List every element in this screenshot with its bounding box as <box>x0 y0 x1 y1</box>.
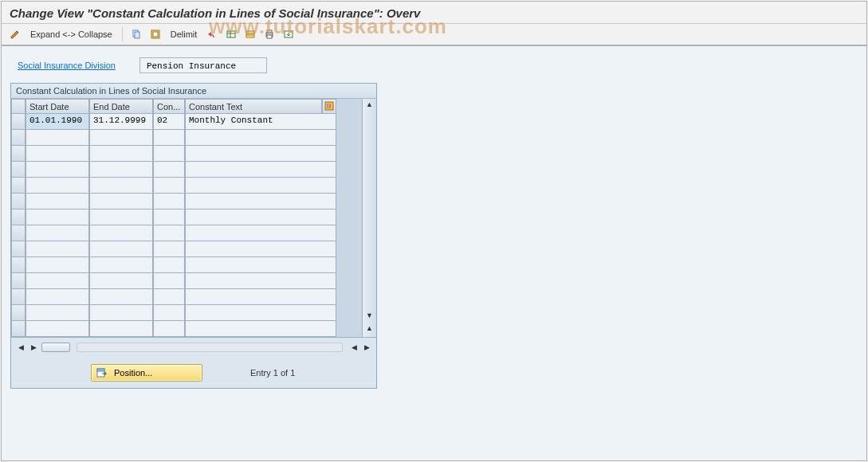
delimit-button[interactable]: Delimit <box>167 28 201 41</box>
row-selector[interactable] <box>11 209 26 225</box>
table-row[interactable] <box>11 321 362 337</box>
row-selector[interactable] <box>11 257 26 273</box>
cell-con[interactable] <box>153 209 185 225</box>
cell-con[interactable] <box>153 130 185 146</box>
row-selector[interactable] <box>11 162 26 178</box>
position-button[interactable]: Position... <box>91 364 202 382</box>
cell-con[interactable] <box>153 305 185 321</box>
cell-end-date[interactable] <box>89 257 153 273</box>
table-row[interactable] <box>11 305 362 321</box>
cell-constant-text[interactable] <box>185 321 336 337</box>
cell-end-date[interactable] <box>89 241 153 257</box>
table-row[interactable] <box>11 257 362 273</box>
table-row[interactable] <box>11 162 362 178</box>
cell-end-date[interactable] <box>89 225 153 241</box>
cell-con[interactable] <box>153 289 185 305</box>
row-selector[interactable] <box>11 241 26 257</box>
cell-constant-text[interactable]: Monthly Constant <box>185 114 336 130</box>
copy-icon[interactable] <box>129 27 143 41</box>
row-selector[interactable] <box>11 178 26 194</box>
cell-con[interactable] <box>153 194 185 209</box>
cell-start-date[interactable] <box>26 225 89 241</box>
cell-start-date[interactable]: 01.01.1990 <box>26 114 89 130</box>
cell-end-date[interactable] <box>89 146 153 162</box>
table-row[interactable]: 01.01.199031.12.999902Monthly Constant <box>11 114 362 130</box>
cell-end-date[interactable] <box>89 178 153 194</box>
row-selector[interactable] <box>11 194 26 209</box>
cell-start-date[interactable] <box>26 209 89 225</box>
cell-con[interactable] <box>153 241 185 257</box>
table-row[interactable] <box>11 289 362 305</box>
cell-constant-text[interactable] <box>185 194 336 209</box>
cell-start-date[interactable] <box>26 289 89 305</box>
cell-con[interactable] <box>153 146 185 162</box>
toggle-change-icon[interactable] <box>8 27 22 41</box>
cell-con[interactable] <box>153 178 185 194</box>
cell-con[interactable]: 02 <box>153 114 185 130</box>
scroll-right-icon[interactable]: ▶ <box>29 342 38 353</box>
cell-constant-text[interactable] <box>185 305 336 321</box>
cell-start-date[interactable] <box>26 130 89 146</box>
cell-constant-text[interactable] <box>185 273 336 289</box>
cell-con[interactable] <box>153 321 185 337</box>
scroll-up-icon[interactable]: ▲ <box>366 100 373 112</box>
cell-start-date[interactable] <box>26 305 89 321</box>
cell-con[interactable] <box>153 225 185 241</box>
cell-start-date[interactable] <box>26 321 89 337</box>
undo-icon[interactable] <box>205 27 219 41</box>
cell-constant-text[interactable] <box>185 178 336 194</box>
cell-constant-text[interactable] <box>185 257 336 273</box>
table-row[interactable] <box>11 146 362 162</box>
row-selector[interactable] <box>11 273 26 289</box>
cell-end-date[interactable] <box>89 273 153 289</box>
cell-constant-text[interactable] <box>185 289 336 305</box>
grid-header-constant-text[interactable]: Constant Text <box>185 99 322 114</box>
cell-constant-text[interactable] <box>185 146 336 162</box>
cell-constant-text[interactable] <box>185 209 336 225</box>
row-selector[interactable] <box>11 289 26 305</box>
cell-con[interactable] <box>153 273 185 289</box>
scroll-up2-icon[interactable]: ▲ <box>366 324 373 335</box>
table-settings-icon[interactable] <box>224 27 238 41</box>
expand-collapse-button[interactable]: Expand <-> Collapse <box>27 28 116 41</box>
social-insurance-division-label[interactable]: Social Insurance Division <box>14 61 116 70</box>
grid-config-icon[interactable] <box>322 99 336 114</box>
cell-start-date[interactable] <box>26 178 89 194</box>
table-row[interactable] <box>11 130 362 146</box>
cell-end-date[interactable] <box>89 209 153 225</box>
scroll-left2-icon[interactable]: ◀ <box>349 342 359 353</box>
grid-header-selector[interactable] <box>11 99 26 114</box>
print-icon[interactable] <box>262 27 277 41</box>
cell-start-date[interactable] <box>26 194 89 209</box>
cell-start-date[interactable] <box>26 273 89 289</box>
table-row[interactable] <box>11 209 362 225</box>
scroll-right2-icon[interactable]: ▶ <box>362 342 371 353</box>
export-icon[interactable] <box>281 27 296 41</box>
cell-end-date[interactable] <box>89 289 153 305</box>
cell-constant-text[interactable] <box>185 130 336 146</box>
select-all-icon[interactable] <box>148 27 163 41</box>
cell-end-date[interactable] <box>89 305 153 321</box>
row-selector[interactable] <box>11 305 26 321</box>
table-row[interactable] <box>11 241 362 257</box>
row-selector[interactable] <box>11 225 26 241</box>
table-row[interactable] <box>11 178 362 194</box>
cell-end-date[interactable] <box>89 130 153 146</box>
row-selector[interactable] <box>11 114 26 130</box>
cell-end-date[interactable] <box>89 162 153 178</box>
cell-end-date[interactable]: 31.12.9999 <box>89 114 153 130</box>
cell-end-date[interactable] <box>89 194 153 209</box>
cell-start-date[interactable] <box>26 257 89 273</box>
horizontal-scrollbar[interactable]: ◀ ▶ ◀ ▶ <box>11 337 376 356</box>
cell-con[interactable] <box>153 257 185 273</box>
cell-constant-text[interactable] <box>185 241 336 257</box>
cell-end-date[interactable] <box>89 321 153 337</box>
grid-header-end-date[interactable]: End Date <box>89 99 153 114</box>
row-selector[interactable] <box>11 321 26 337</box>
row-selector[interactable] <box>11 130 26 146</box>
scroll-track[interactable] <box>77 343 343 352</box>
table-view-icon[interactable] <box>243 27 257 41</box>
scroll-down-icon[interactable]: ▼ <box>366 311 373 323</box>
grid-header-con[interactable]: Con... <box>153 99 185 114</box>
scroll-left-icon[interactable]: ◀ <box>16 342 26 353</box>
